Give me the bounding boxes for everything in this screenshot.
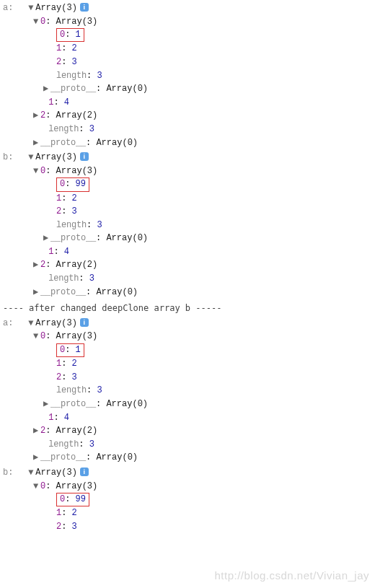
chevron-right-icon[interactable]: ▶ <box>33 451 40 465</box>
chevron-down-icon[interactable]: ▼ <box>33 15 40 29</box>
array-value: 2: 3 <box>3 205 372 219</box>
chevron-down-icon[interactable]: ▼ <box>28 317 35 330</box>
var-label: a: <box>3 1 23 15</box>
length-prop: length: 3 <box>3 438 372 452</box>
array-entry-0[interactable]: ▼0: Array(3) <box>3 164 372 178</box>
proto-prop[interactable]: ▶__proto__: Array(0) <box>3 82 372 96</box>
array-value: 1: 4 <box>3 96 372 110</box>
info-icon[interactable]: i <box>80 3 89 12</box>
array-value: 2: 3 <box>3 520 372 534</box>
console-object-a-2: a: ▼Array(3)i ▼0: Array(3) 0: 1 1: 2 2: … <box>3 317 372 465</box>
array-value: 1: 4 <box>3 245 372 259</box>
var-label: a: <box>3 317 23 330</box>
proto-prop[interactable]: ▶__proto__: Array(0) <box>3 136 372 150</box>
length-prop: length: 3 <box>3 272 372 286</box>
proto-prop[interactable]: ▶__proto__: Array(0) <box>3 286 372 299</box>
array-value: 1: 4 <box>3 411 372 425</box>
chevron-right-icon[interactable]: ▶ <box>33 258 40 272</box>
chevron-down-icon[interactable]: ▼ <box>33 480 40 493</box>
array-value: 2: 3 <box>3 56 372 69</box>
highlighted-entry: 0: 1 <box>3 343 372 357</box>
array-entry-2[interactable]: ▶2: Array(2) <box>3 424 372 438</box>
array-value: 1: 2 <box>3 506 372 520</box>
log-divider: ---- after changed deepClone array b ---… <box>3 300 372 317</box>
console-object-b-2: b: ▼Array(3)i ▼0: Array(3) 0: 99 1: 2 2:… <box>3 466 372 534</box>
chevron-down-icon[interactable]: ▼ <box>33 164 40 178</box>
console-object-a-1: a: ▼Array(3)i ▼0: Array(3) 0: 1 1: 2 2: … <box>3 1 372 149</box>
proto-prop[interactable]: ▶__proto__: Array(0) <box>3 398 372 411</box>
chevron-down-icon[interactable]: ▼ <box>28 466 35 480</box>
proto-prop[interactable]: ▶__proto__: Array(0) <box>3 451 372 465</box>
proto-prop[interactable]: ▶__proto__: Array(0) <box>3 232 372 245</box>
chevron-right-icon[interactable]: ▶ <box>33 424 40 438</box>
length-prop: length: 3 <box>3 219 372 232</box>
highlighted-entry: 0: 99 <box>3 177 372 191</box>
object-header[interactable]: a: ▼Array(3)i <box>3 317 372 330</box>
array-value: 1: 2 <box>3 192 372 206</box>
array-entry-0[interactable]: ▼0: Array(3) <box>3 480 372 493</box>
array-value: 2: 3 <box>3 371 372 385</box>
array-value: 1: 2 <box>3 357 372 371</box>
length-prop: length: 3 <box>3 69 372 83</box>
highlighted-entry: 0: 99 <box>3 493 372 506</box>
length-prop: length: 3 <box>3 123 372 136</box>
chevron-right-icon[interactable]: ▶ <box>33 109 40 123</box>
array-entry-2[interactable]: ▶2: Array(2) <box>3 109 372 123</box>
highlighted-entry: 0: 1 <box>3 28 372 42</box>
var-label: b: <box>3 151 23 164</box>
info-icon[interactable]: i <box>80 318 89 327</box>
chevron-down-icon[interactable]: ▼ <box>28 151 35 164</box>
chevron-down-icon[interactable]: ▼ <box>33 330 40 343</box>
array-entry-0[interactable]: ▼0: Array(3) <box>3 330 372 343</box>
chevron-right-icon[interactable]: ▶ <box>33 286 40 299</box>
chevron-right-icon[interactable]: ▶ <box>43 82 50 96</box>
array-entry-2[interactable]: ▶2: Array(2) <box>3 258 372 272</box>
chevron-right-icon[interactable]: ▶ <box>43 232 50 245</box>
array-value: 1: 2 <box>3 42 372 56</box>
console-object-b-1: b: ▼Array(3)i ▼0: Array(3) 0: 99 1: 2 2:… <box>3 151 372 299</box>
chevron-down-icon[interactable]: ▼ <box>28 1 35 15</box>
length-prop: length: 3 <box>3 384 372 398</box>
info-icon[interactable]: i <box>80 152 89 161</box>
chevron-right-icon[interactable]: ▶ <box>33 136 40 150</box>
info-icon[interactable]: i <box>80 468 89 476</box>
object-header[interactable]: b: ▼Array(3)i <box>3 466 372 480</box>
object-header[interactable]: a: ▼Array(3)i <box>3 1 372 15</box>
object-header[interactable]: b: ▼Array(3)i <box>3 151 372 164</box>
var-label: b: <box>3 466 23 480</box>
array-entry-0[interactable]: ▼0: Array(3) <box>3 15 372 29</box>
chevron-right-icon[interactable]: ▶ <box>43 398 50 411</box>
